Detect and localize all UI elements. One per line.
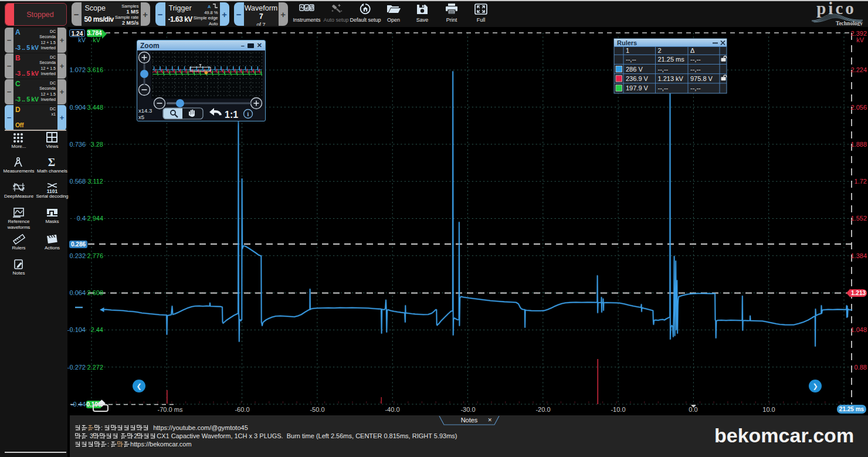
svg-text:--,--: --,-- xyxy=(690,56,701,63)
svg-text:197.9 V: 197.9 V xyxy=(626,84,649,92)
svg-text:--,--: --,-- xyxy=(658,66,669,73)
svg-text:--,--: --,-- xyxy=(690,66,701,73)
svg-text:236.9 V: 236.9 V xyxy=(626,75,649,82)
svg-text:--,--: --,-- xyxy=(626,56,636,63)
svg-text:1: 1 xyxy=(626,47,629,54)
svg-text:--,--: --,-- xyxy=(690,84,701,92)
svg-text:286 V: 286 V xyxy=(626,66,643,73)
svg-text:975.8 V: 975.8 V xyxy=(690,75,713,82)
svg-text:Δ: Δ xyxy=(690,47,695,54)
svg-text:21.25 ms: 21.25 ms xyxy=(658,56,685,63)
svg-text:--,--: --,-- xyxy=(658,84,669,92)
svg-text:2: 2 xyxy=(658,47,662,54)
svg-text:1.213 kV: 1.213 kV xyxy=(658,75,684,82)
svg-text:Rulers: Rulers xyxy=(617,39,637,46)
